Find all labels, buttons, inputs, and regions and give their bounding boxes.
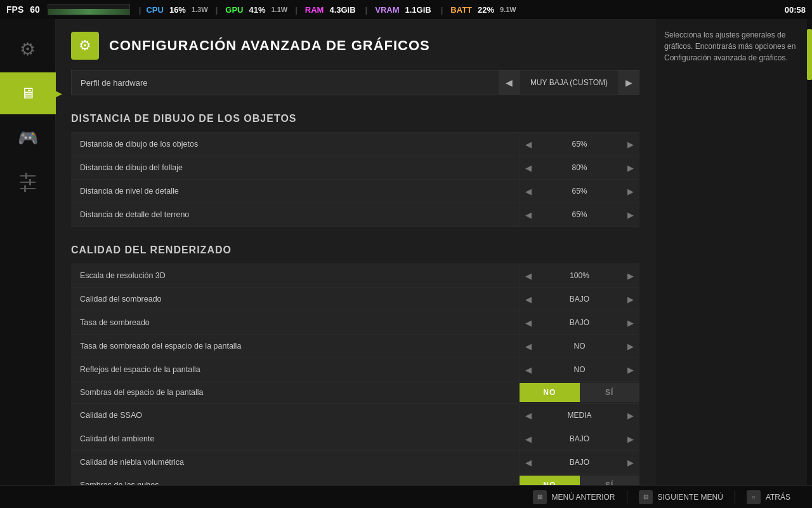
cpu-pct: 16% <box>169 5 186 15</box>
setting-ambient-quality-label: Calidad del ambiente <box>71 428 519 450</box>
menu-anterior-btn[interactable]: ⊞ MENÚ ANTERIOR <box>521 490 627 504</box>
sidebar-item-graphics-active[interactable]: 🖥 ▶ <box>0 72 56 114</box>
fog-quality-arrow-right[interactable]: ▶ <box>622 451 639 474</box>
siguiente-menu-btn[interactable]: ⊟ SIGUIENTE MENÚ <box>627 490 735 504</box>
vram-label: VRAM <box>375 5 399 15</box>
shadow-quality-arrow-right[interactable]: ▶ <box>622 288 639 311</box>
resolution-3d-arrow-left[interactable]: ◀ <box>520 264 537 287</box>
profile-label: Perfil de hardware <box>72 72 499 94</box>
active-arrow: ▶ <box>53 88 62 99</box>
hud-sep3: | <box>295 5 298 15</box>
setting-resolution-3d-control[interactable]: ◀ 100% ▶ <box>519 264 639 287</box>
batt-label: BATT <box>450 5 472 15</box>
setting-draw-foliage-control[interactable]: ◀ 80% ▶ <box>519 156 639 179</box>
sidebar-item-sliders[interactable] <box>0 161 56 203</box>
resolution-3d-value: 100% <box>537 271 622 280</box>
gpu-label: GPU <box>225 5 243 15</box>
ambient-quality-arrow-left[interactable]: ◀ <box>520 427 537 450</box>
setting-screen-shadows-toggle[interactable]: NO SÍ <box>519 383 639 402</box>
setting-fog-quality-control[interactable]: ◀ BAJO ▶ <box>519 451 639 474</box>
setting-ssao-quality-label: Calidad de SSAO <box>71 404 519 426</box>
sliders-icon <box>20 175 36 189</box>
screen-shadows-no-btn[interactable]: NO <box>520 383 580 402</box>
setting-screen-shadow-rate-control[interactable]: ◀ NO ▶ <box>519 335 639 358</box>
sidebar: ⚙ 🖥 ▶ 🎮 <box>0 19 56 485</box>
hud-sep2: | <box>216 5 218 15</box>
screen-reflections-arrow-left[interactable]: ◀ <box>520 358 537 381</box>
shadow-rate-arrow-left[interactable]: ◀ <box>520 311 537 334</box>
fog-quality-arrow-left[interactable]: ◀ <box>520 451 537 474</box>
cpu-watt: 1.3W <box>192 6 208 13</box>
setting-cloud-shadows: Sombras de las nubes NO SÍ <box>71 474 639 485</box>
menu-anterior-label: MENÚ ANTERIOR <box>552 493 615 502</box>
resolution-3d-arrow-right[interactable]: ▶ <box>622 264 639 287</box>
setting-shadow-quality-control[interactable]: ◀ BAJO ▶ <box>519 288 639 311</box>
setting-cloud-shadows-label: Sombras de las nubes <box>71 474 519 485</box>
setting-detail-level-control[interactable]: ◀ 65% ▶ <box>519 180 639 203</box>
shadow-quality-arrow-left[interactable]: ◀ <box>520 288 537 311</box>
setting-cloud-shadows-toggle[interactable]: NO SÍ <box>519 476 639 485</box>
screen-shadows-si-btn[interactable]: SÍ <box>580 383 640 402</box>
setting-shadow-quality: Calidad del sombreado ◀ BAJO ▶ <box>71 288 639 311</box>
fog-quality-value: BAJO <box>537 458 622 467</box>
shadow-rate-arrow-right[interactable]: ▶ <box>622 311 639 334</box>
setting-screen-shadow-rate: Tasa de sombreado del espacio de la pant… <box>71 335 639 358</box>
setting-draw-objects-label: Distancia de dibujo de los objetos <box>71 133 519 155</box>
setting-screen-shadow-rate-label: Tasa de sombreado del espacio de la pant… <box>71 335 519 357</box>
draw-objects-arrow-right[interactable]: ▶ <box>622 133 639 156</box>
scrollbar[interactable] <box>807 19 812 485</box>
draw-objects-arrow-left[interactable]: ◀ <box>520 133 537 156</box>
setting-terrain-detail-control[interactable]: ◀ 65% ▶ <box>519 203 639 226</box>
setting-draw-objects: Distancia de dibujo de los objetos ◀ 65%… <box>71 132 639 156</box>
atras-btn[interactable]: ○ ATRÁS <box>735 490 802 504</box>
info-text: Selecciona los ajustes generales de gráf… <box>664 29 798 64</box>
terrain-detail-arrow-right[interactable]: ▶ <box>622 203 639 226</box>
sidebar-item-settings[interactable]: ⚙ <box>0 28 56 70</box>
shadow-quality-value: BAJO <box>537 295 622 304</box>
scroll-thumb[interactable] <box>807 29 812 80</box>
ssao-quality-arrow-left[interactable]: ◀ <box>520 404 537 427</box>
cloud-shadows-si-btn[interactable]: SÍ <box>580 476 640 485</box>
settings-distance-table: Distancia de dibujo de los objetos ◀ 65%… <box>71 132 639 227</box>
ssao-quality-arrow-right[interactable]: ▶ <box>622 404 639 427</box>
detail-level-arrow-right[interactable]: ▶ <box>622 180 639 203</box>
setting-screen-reflections-control[interactable]: ◀ NO ▶ <box>519 358 639 381</box>
gpu-pct: 41% <box>249 5 265 15</box>
fps-graph <box>48 4 130 15</box>
setting-ssao-quality-control[interactable]: ◀ MEDIA ▶ <box>519 404 639 427</box>
setting-shadow-rate-control[interactable]: ◀ BAJO ▶ <box>519 311 639 334</box>
detail-level-arrow-left[interactable]: ◀ <box>520 180 537 203</box>
cloud-shadows-no-btn[interactable]: NO <box>520 476 580 485</box>
setting-ambient-quality-control[interactable]: ◀ BAJO ▶ <box>519 427 639 450</box>
setting-draw-objects-control[interactable]: ◀ 65% ▶ <box>519 133 639 156</box>
screen-shadow-rate-arrow-left[interactable]: ◀ <box>520 335 537 358</box>
section-render: CALIDAD DEL RENDERIZADO Escala de resolu… <box>56 239 655 485</box>
ssao-quality-value: MEDIA <box>537 411 622 420</box>
siguiente-menu-icon: ⊟ <box>639 490 653 504</box>
ambient-quality-arrow-right[interactable]: ▶ <box>622 427 639 450</box>
shadow-rate-value: BAJO <box>537 318 622 327</box>
screen-shadow-rate-arrow-right[interactable]: ▶ <box>622 335 639 358</box>
ram-label: RAM <box>305 5 324 15</box>
atras-label: ATRÁS <box>766 493 790 502</box>
draw-foliage-arrow-left[interactable]: ◀ <box>520 156 537 179</box>
ram-val: 4.3GiB <box>329 5 355 15</box>
screen-reflections-arrow-right[interactable]: ▶ <box>622 358 639 381</box>
setting-resolution-3d-label: Escala de resolución 3D <box>71 265 519 286</box>
setting-screen-reflections-label: Reflejos del espacio de la pantalla <box>71 359 519 380</box>
sidebar-item-controller[interactable]: 🎮 <box>0 117 56 159</box>
content-area: ⚙ CONFIGURACIÓN AVANZADA DE GRÁFICOS Per… <box>56 19 655 485</box>
hud-sep5: | <box>441 5 443 15</box>
bottom-bar: ⊞ MENÚ ANTERIOR ⊟ SIGUIENTE MENÚ ○ ATRÁS <box>0 485 812 508</box>
draw-foliage-value: 80% <box>537 163 622 172</box>
setting-shadow-rate-label: Tasa de sombreado <box>71 312 519 333</box>
siguiente-menu-label: SIGUIENTE MENÚ <box>658 493 723 502</box>
terrain-detail-arrow-left[interactable]: ◀ <box>520 203 537 226</box>
draw-objects-value: 65% <box>537 140 622 149</box>
draw-foliage-arrow-right[interactable]: ▶ <box>622 156 639 179</box>
profile-arrow-left[interactable]: ◀ <box>499 70 520 95</box>
profile-arrow-right[interactable]: ▶ <box>619 70 639 95</box>
setting-screen-shadows-label: Sombras del espacio de la pantalla <box>71 382 519 403</box>
setting-shadow-quality-label: Calidad del sombreado <box>71 288 519 310</box>
page-header: ⚙ CONFIGURACIÓN AVANZADA DE GRÁFICOS <box>56 19 655 70</box>
